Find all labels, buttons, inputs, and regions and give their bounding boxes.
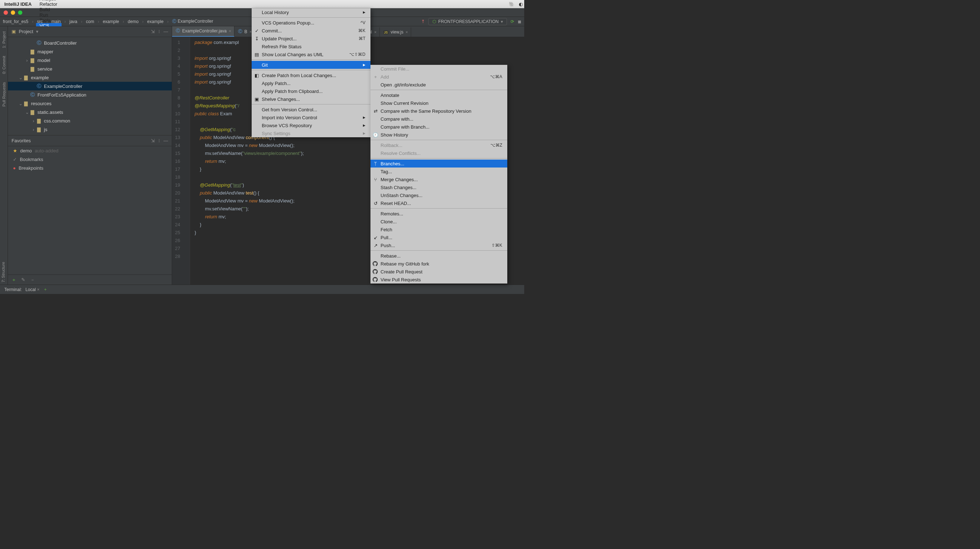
tree-item[interactable]: ▇service (8, 64, 172, 73)
tree-item[interactable]: ›▇css.common (8, 117, 172, 125)
collapse-icon[interactable]: ⇲ (151, 29, 155, 34)
favorite-item[interactable]: ●Breakpoints (8, 164, 172, 172)
evernote-icon[interactable]: 🐘 (509, 2, 514, 7)
hide-icon[interactable]: — (164, 29, 168, 34)
build-icon[interactable]: ⤒ (421, 19, 425, 24)
menu-item[interactable]: Refresh File Status (252, 43, 371, 50)
project-tree[interactable]: ⒸBoardController▇mapper›▇model▇service⌄▇… (8, 37, 172, 135)
tree-item[interactable]: ⒸBoardController (8, 38, 172, 47)
breadcrumb-item[interactable]: example (103, 19, 119, 24)
menu-item[interactable]: ↙Pull... (371, 233, 507, 241)
menu-item[interactable]: ⑂Merge Changes... (371, 176, 507, 184)
favorite-item[interactable]: ✓Bookmarks (8, 155, 172, 164)
edit-icon[interactable]: ✎ (21, 277, 25, 282)
close-tab-icon[interactable]: × (374, 30, 376, 34)
menu-item[interactable]: Apply Patch... (252, 79, 371, 87)
gutter-tab-commit[interactable]: 0: Commit (1, 53, 7, 77)
menu-item[interactable]: Stash Changes... (371, 184, 507, 191)
tree-item[interactable]: ⒸExampleController (8, 82, 172, 90)
minimize-window-button[interactable] (11, 10, 15, 15)
breadcrumb-item[interactable]: com (86, 19, 94, 24)
tree-item[interactable]: ⌄▇example (8, 73, 172, 82)
project-tool-window: ▣ Project ▾ ⇲ ⁝ — ⒸBoardController▇mappe… (8, 26, 172, 284)
menu-item[interactable]: ↺Reset HEAD... (371, 199, 507, 207)
menu-item[interactable]: VCS Operations Popup...^V (252, 19, 371, 27)
menu-item[interactable]: ◧Create Patch from Local Changes... (252, 71, 371, 79)
menu-item[interactable]: UnStash Changes... (371, 191, 507, 199)
tree-item[interactable]: ›▇model (8, 56, 172, 64)
menu-item[interactable]: ↧Update Project...⌘T (252, 35, 371, 43)
menu-item[interactable]: Compare with Branch... (371, 123, 507, 131)
run-icon[interactable]: ⟳ (511, 19, 514, 24)
maximize-window-button[interactable] (18, 10, 22, 15)
run-configuration-dropdown[interactable]: ⬡ FRONTFORES5APPLICATION ▾ (428, 18, 507, 25)
breadcrumb-item[interactable]: main (51, 19, 61, 24)
menu-item[interactable]: ↗Push...⇧⌘K (371, 241, 507, 249)
gear-icon[interactable]: ⁝ (158, 29, 160, 34)
menu-item[interactable]: Create Pull Request (371, 268, 507, 276)
menu-item[interactable]: Rebase my GitHub fork (371, 260, 507, 268)
gutter-tab-project[interactable]: 1: Project (1, 29, 7, 51)
breadcrumb-item[interactable]: java (70, 19, 77, 24)
menu-item[interactable]: Local History▶ (252, 8, 371, 16)
menu-item[interactable]: Import into Version Control▶ (252, 113, 371, 121)
editor-tab[interactable]: ⒸExampleController.java× (172, 26, 234, 37)
menu-item[interactable]: Tag... (371, 168, 507, 176)
editor-tab[interactable]: JSview.js× (380, 27, 411, 37)
menu-item[interactable]: Rebase... (371, 252, 507, 260)
class-icon: Ⓒ (36, 40, 42, 46)
menu-item[interactable]: View Pull Requests (371, 276, 507, 284)
gutter-tab-pull-requests[interactable]: Pull Requests (1, 79, 7, 110)
close-window-button[interactable] (3, 10, 8, 15)
chevron-down-icon[interactable]: ▾ (36, 29, 38, 34)
close-icon[interactable]: × (37, 287, 40, 292)
remove-icon[interactable]: － (30, 277, 35, 283)
hide-icon[interactable]: — (164, 138, 168, 144)
tree-item[interactable]: ⒸFrontForEs5Application (8, 90, 172, 99)
menu-item[interactable]: ⇄Compare with the Same Repository Versio… (371, 107, 507, 115)
menu-item[interactable]: Git▶ (252, 61, 371, 69)
menu-item-label: Open .git/info/exclude (380, 82, 426, 88)
breadcrumb-item[interactable]: demo (128, 19, 138, 24)
menu-item[interactable]: Clone... (371, 218, 507, 225)
add-icon[interactable]: ＋ (11, 277, 16, 283)
menu-item[interactable]: ᛘBranches... (371, 160, 507, 168)
menu-item[interactable]: Show Current Revision (371, 99, 507, 107)
close-tab-icon[interactable]: × (229, 29, 231, 33)
gutter-tab-structure[interactable]: 7: Structure (0, 260, 6, 284)
menu-refactor[interactable]: Refactor (36, 2, 62, 7)
menu-item[interactable]: Apply Patch from Clipboard... (252, 87, 371, 95)
vcs-menu-dropdown[interactable]: Local History▶VCS Operations Popup...^V✓… (252, 8, 371, 137)
stop-icon[interactable]: ◼ (518, 19, 521, 24)
tree-item[interactable]: ⌄▇resources (8, 99, 172, 108)
menu-item[interactable]: 🕘Show History (371, 131, 507, 139)
menu-item[interactable]: Annotate (371, 91, 507, 99)
breadcrumb-item[interactable]: example (147, 19, 164, 24)
collapse-icon[interactable]: ⇲ (151, 138, 155, 144)
close-tab-icon[interactable]: × (406, 30, 407, 34)
breadcrumb-item[interactable]: src (37, 19, 43, 24)
menu-item-label: Show Local Changes as UML (262, 52, 323, 57)
status-icon[interactable]: ◐ (519, 2, 523, 7)
tree-item[interactable]: ›▇js (8, 125, 172, 134)
tree-item[interactable]: ⌄▇static.assets (8, 108, 172, 117)
menu-item[interactable]: Compare with... (371, 115, 507, 123)
menu-item[interactable]: Fetch (371, 225, 507, 233)
menu-item[interactable]: Open .git/info/exclude (371, 81, 507, 89)
menu-item[interactable]: ✓Commit...⌘K (252, 27, 371, 35)
menu-item[interactable]: Remotes... (371, 210, 507, 218)
breadcrumb-item[interactable]: Ⓒ ExampleController (172, 18, 213, 24)
tree-item[interactable]: ▇mapper (8, 47, 172, 56)
add-terminal-icon[interactable]: ＋ (43, 286, 48, 292)
favorite-item[interactable]: ★demoauto-added (8, 146, 172, 155)
menu-item[interactable]: ▤Show Local Changes as UML⌥⇧⌘D (252, 50, 371, 58)
menu-item[interactable]: Get from Version Control... (252, 105, 371, 113)
favorite-label: Breakpoints (19, 165, 44, 171)
git-submenu-dropdown[interactable]: Commit File...+Add⌥⌘AOpen .git/info/excl… (371, 65, 507, 284)
menu-item[interactable]: Browse VCS Repository▶ (252, 121, 371, 129)
breadcrumb-item[interactable]: front_for_es5 (3, 19, 29, 24)
menu-item[interactable]: ▣Shelve Changes... (252, 95, 371, 103)
gear-icon[interactable]: ⁝ (158, 138, 160, 144)
terminal-label[interactable]: Terminal: (4, 287, 22, 292)
terminal-tab[interactable]: Local × (25, 287, 40, 292)
